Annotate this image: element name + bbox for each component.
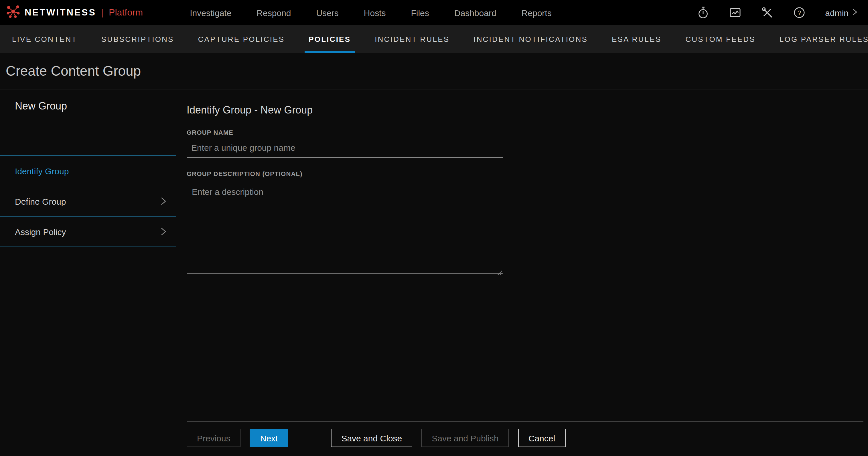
user-name: admin xyxy=(825,8,848,18)
identify-group-panel: Identify Group - New Group GROUP NAME GR… xyxy=(176,89,868,456)
timer-icon[interactable] xyxy=(692,4,714,21)
step-define-group[interactable]: Define Group xyxy=(0,186,176,217)
step-label: Identify Group xyxy=(15,166,69,176)
top-nav-files[interactable]: Files xyxy=(398,0,441,25)
tab-incident-rules[interactable]: INCIDENT RULES xyxy=(363,25,462,53)
tab-live-content[interactable]: LIVE CONTENT xyxy=(0,25,89,53)
chevron-right-icon xyxy=(160,196,166,206)
tab-policies[interactable]: POLICIES xyxy=(297,25,363,53)
top-nav-dashboard[interactable]: Dashboard xyxy=(442,0,509,25)
user-menu[interactable]: admin xyxy=(820,8,858,18)
save-and-publish-button: Save and Publish xyxy=(422,429,509,447)
top-nav-investigate[interactable]: Investigate xyxy=(177,0,244,25)
top-nav-hosts[interactable]: Hosts xyxy=(351,0,399,25)
tab-log-parser-rules[interactable]: LOG PARSER RULES xyxy=(768,25,868,53)
top-nav-respond[interactable]: Respond xyxy=(244,0,304,25)
step-label: Assign Policy xyxy=(15,227,66,236)
tab-custom-feeds[interactable]: CUSTOM FEEDS xyxy=(673,25,768,53)
chevron-right-icon xyxy=(160,226,166,237)
chevron-right-icon xyxy=(852,8,858,18)
wizard-footer: Previous Next Save and Close Save and Pu… xyxy=(187,422,863,456)
cancel-button[interactable]: Cancel xyxy=(518,429,565,447)
group-description-label: GROUP DESCRIPTION (OPTIONAL) xyxy=(187,170,863,177)
form-title: Identify Group - New Group xyxy=(187,104,863,116)
page-title: Create Content Group xyxy=(0,63,141,79)
svg-text:?: ? xyxy=(798,9,801,16)
tab-subscriptions[interactable]: SUBSCRIPTIONS xyxy=(89,25,186,53)
tools-icon[interactable] xyxy=(756,4,778,21)
help-icon[interactable]: ? xyxy=(788,4,810,21)
secondary-nav: LIVE CONTENT SUBSCRIPTIONS CAPTURE POLIC… xyxy=(0,25,868,53)
tab-esa-rules[interactable]: ESA RULES xyxy=(600,25,673,53)
brand-product: Platform xyxy=(109,7,143,18)
group-name-label: GROUP NAME xyxy=(187,129,863,136)
netwitness-logo-icon xyxy=(6,4,21,21)
tab-capture-policies[interactable]: CAPTURE POLICIES xyxy=(186,25,297,53)
jobs-panel-icon[interactable] xyxy=(724,4,746,21)
previous-button: Previous xyxy=(187,429,241,447)
wizard-group-header: New Group xyxy=(0,89,176,156)
top-bar: NETWITNESS | Platform Investigate Respon… xyxy=(0,0,868,25)
netwitness-logo[interactable]: NETWITNESS | Platform xyxy=(0,4,151,21)
step-assign-policy[interactable]: Assign Policy xyxy=(0,217,176,247)
step-identify-group[interactable]: Identify Group xyxy=(0,156,176,186)
save-and-close-button[interactable]: Save and Close xyxy=(331,429,412,447)
page-title-bar: Create Content Group xyxy=(0,53,868,89)
next-button[interactable]: Next xyxy=(250,429,288,447)
top-nav: Investigate Respond Users Hosts Files Da… xyxy=(177,0,564,25)
wizard-group-title: New Group xyxy=(15,100,176,112)
tab-incident-notifications[interactable]: INCIDENT NOTIFICATIONS xyxy=(462,25,600,53)
top-bar-actions: ? admin xyxy=(692,4,868,21)
group-description-textarea[interactable] xyxy=(187,182,503,274)
group-name-input[interactable] xyxy=(187,138,503,158)
top-nav-users[interactable]: Users xyxy=(304,0,351,25)
brand-separator: | xyxy=(101,7,104,18)
wizard-sidebar: New Group Identify Group Define Group As… xyxy=(0,89,176,456)
step-label: Define Group xyxy=(15,196,66,206)
brand-name: NETWITNESS xyxy=(25,7,96,18)
top-nav-reports[interactable]: Reports xyxy=(509,0,564,25)
